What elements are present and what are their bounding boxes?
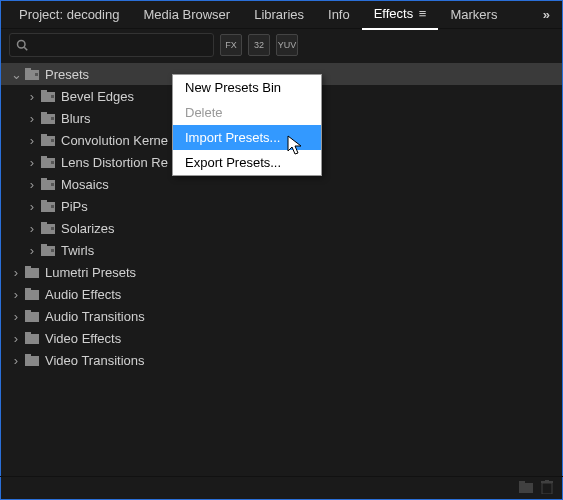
- tree-label: Solarizes: [61, 221, 114, 236]
- svg-rect-32: [25, 288, 31, 291]
- svg-rect-7: [51, 95, 54, 98]
- tree-item-pips[interactable]: › PiPs: [1, 195, 562, 217]
- svg-rect-10: [51, 117, 54, 120]
- chevron-right-icon[interactable]: ›: [9, 287, 23, 302]
- preset-bin-icon: [39, 90, 57, 102]
- svg-rect-37: [25, 356, 39, 366]
- filter-fx-button[interactable]: FX: [220, 34, 242, 56]
- panel-footer: [0, 476, 563, 500]
- folder-icon: [23, 310, 41, 322]
- tab-libraries[interactable]: Libraries: [242, 1, 316, 29]
- svg-rect-18: [41, 178, 47, 181]
- svg-rect-29: [25, 268, 39, 278]
- svg-rect-36: [25, 332, 31, 335]
- chevron-right-icon[interactable]: ›: [25, 243, 39, 258]
- svg-rect-15: [41, 156, 47, 159]
- tab-info[interactable]: Info: [316, 1, 362, 29]
- tree-label: Mosaics: [61, 177, 109, 192]
- chevron-right-icon[interactable]: ›: [9, 265, 23, 280]
- svg-rect-38: [25, 354, 31, 357]
- filter-yuv-button[interactable]: YUV: [276, 34, 298, 56]
- svg-point-0: [18, 41, 26, 49]
- tree-label: Audio Transitions: [45, 309, 145, 324]
- effects-toolbar: FX 32 YUV: [1, 29, 562, 61]
- tree-label: Audio Effects: [45, 287, 121, 302]
- preset-bin-icon: [39, 200, 57, 212]
- preset-bin-icon: [39, 222, 57, 234]
- context-import-presets[interactable]: Import Presets...: [173, 125, 321, 150]
- chevron-right-icon[interactable]: ›: [25, 133, 39, 148]
- chevron-right-icon[interactable]: ›: [9, 309, 23, 324]
- svg-rect-21: [41, 200, 47, 203]
- svg-rect-39: [519, 483, 533, 493]
- svg-rect-35: [25, 334, 39, 344]
- folder-icon: [23, 266, 41, 278]
- chevron-right-icon[interactable]: ›: [9, 353, 23, 368]
- preset-bin-icon: [39, 156, 57, 168]
- context-export-presets[interactable]: Export Presets...: [173, 150, 321, 175]
- folder-icon: [23, 354, 41, 366]
- tab-media-browser[interactable]: Media Browser: [131, 1, 242, 29]
- hamburger-icon[interactable]: ≡: [419, 6, 427, 21]
- tree-item-mosaics[interactable]: › Mosaics: [1, 173, 562, 195]
- tree-item-video-effects[interactable]: › Video Effects: [1, 327, 562, 349]
- preset-bin-icon: [39, 178, 57, 190]
- tree-label: PiPs: [61, 199, 88, 214]
- tree-item-solarizes[interactable]: › Solarizes: [1, 217, 562, 239]
- search-input[interactable]: [32, 38, 207, 52]
- svg-rect-12: [41, 134, 47, 137]
- svg-rect-34: [25, 310, 31, 313]
- search-icon: [16, 39, 28, 51]
- context-delete: Delete: [173, 100, 321, 125]
- svg-rect-40: [519, 481, 525, 484]
- new-bin-icon[interactable]: [519, 481, 533, 496]
- tree-label: Video Transitions: [45, 353, 145, 368]
- svg-rect-27: [41, 244, 47, 247]
- svg-line-1: [24, 47, 27, 50]
- tree-label: Twirls: [61, 243, 94, 258]
- trash-icon[interactable]: [541, 480, 553, 497]
- chevron-right-icon[interactable]: ›: [9, 331, 23, 346]
- chevron-right-icon[interactable]: ›: [25, 111, 39, 126]
- panel-tabs: Project: decoding Media Browser Librarie…: [1, 1, 562, 29]
- context-menu: New Presets Bin Delete Import Presets...…: [172, 74, 322, 176]
- svg-rect-41: [542, 483, 552, 494]
- chevron-right-icon[interactable]: ›: [25, 199, 39, 214]
- search-box[interactable]: [9, 33, 214, 57]
- svg-rect-3: [25, 68, 31, 71]
- svg-rect-31: [25, 290, 39, 300]
- svg-rect-22: [51, 205, 54, 208]
- chevron-down-icon[interactable]: ⌄: [9, 67, 23, 82]
- svg-rect-13: [51, 139, 54, 142]
- svg-rect-24: [41, 222, 47, 225]
- preset-bin-icon: [23, 68, 41, 80]
- tree-label: Presets: [45, 67, 89, 82]
- chevron-right-icon[interactable]: ›: [25, 177, 39, 192]
- svg-rect-28: [51, 249, 54, 252]
- chevron-right-icon[interactable]: ›: [25, 155, 39, 170]
- svg-rect-4: [35, 73, 38, 76]
- tree-item-audio-transitions[interactable]: › Audio Transitions: [1, 305, 562, 327]
- svg-rect-30: [25, 266, 31, 269]
- svg-rect-16: [51, 161, 54, 164]
- svg-rect-33: [25, 312, 39, 322]
- tab-effects[interactable]: Effects ≡: [362, 0, 439, 30]
- tree-item-lumetri-presets[interactable]: › Lumetri Presets: [1, 261, 562, 283]
- tree-label: Bevel Edges: [61, 89, 134, 104]
- tree-label: Lumetri Presets: [45, 265, 136, 280]
- tab-markers[interactable]: Markers: [438, 1, 509, 29]
- tab-project[interactable]: Project: decoding: [7, 1, 131, 29]
- svg-rect-9: [41, 112, 47, 115]
- filter-32-button[interactable]: 32: [248, 34, 270, 56]
- svg-rect-43: [545, 480, 549, 481]
- tree-item-twirls[interactable]: › Twirls: [1, 239, 562, 261]
- svg-rect-19: [51, 183, 54, 186]
- tree-item-video-transitions[interactable]: › Video Transitions: [1, 349, 562, 371]
- tree-item-audio-effects[interactable]: › Audio Effects: [1, 283, 562, 305]
- preset-bin-icon: [39, 244, 57, 256]
- tabs-overflow-button[interactable]: »: [537, 7, 556, 22]
- folder-icon: [23, 288, 41, 300]
- chevron-right-icon[interactable]: ›: [25, 221, 39, 236]
- context-new-presets-bin[interactable]: New Presets Bin: [173, 75, 321, 100]
- chevron-right-icon[interactable]: ›: [25, 89, 39, 104]
